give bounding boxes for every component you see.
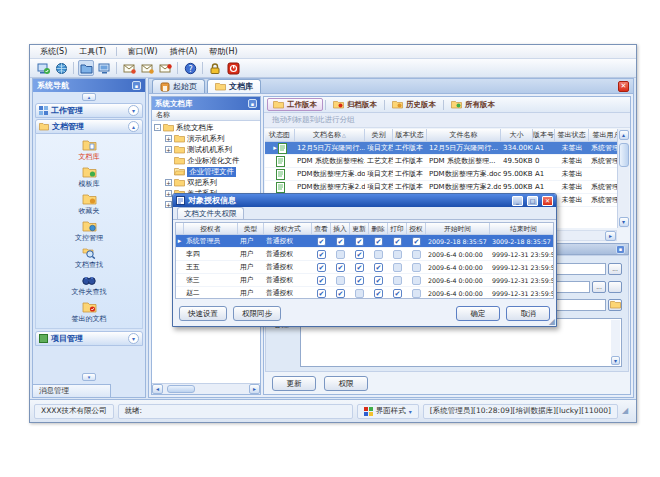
- sidebar-group-project[interactable]: 项目管理 ▾: [35, 331, 143, 346]
- close-button[interactable]: ✕: [542, 196, 553, 206]
- lock-icon[interactable]: [207, 60, 223, 76]
- authorize-checkbox[interactable]: [412, 263, 421, 272]
- authorize-checkbox[interactable]: [412, 250, 421, 259]
- column-header[interactable]: 版本号: [533, 129, 555, 142]
- delete-checkbox[interactable]: ✔: [374, 237, 383, 246]
- menu-plugin[interactable]: 插件(A): [168, 46, 200, 57]
- view-checkbox[interactable]: ✔: [317, 276, 326, 285]
- insert-checkbox[interactable]: [336, 276, 345, 285]
- permission-button[interactable]: 权限: [324, 376, 368, 391]
- tree-item[interactable]: 企业标准化文件: [152, 155, 260, 166]
- tab-folder-permissions[interactable]: 文档文件夹权限: [177, 207, 244, 219]
- tree-root[interactable]: - 系统文档库: [152, 122, 260, 133]
- expand-icon[interactable]: +: [165, 179, 172, 186]
- help-icon[interactable]: ?: [182, 60, 198, 76]
- update-checkbox[interactable]: ✔: [355, 276, 364, 285]
- update-checkbox[interactable]: ✔: [355, 250, 364, 259]
- permission-row[interactable]: 赵二用户普通授权 ✔ ✔ ✔ ✔ 2009-6-4 0:00:009999-12…: [176, 287, 553, 299]
- view-checkbox[interactable]: ✔: [317, 237, 326, 246]
- view-checkbox[interactable]: ✔: [317, 250, 326, 259]
- print-checkbox[interactable]: [393, 276, 402, 285]
- cancel-button[interactable]: 取消: [506, 306, 550, 321]
- sidebar-item-doc-search[interactable]: 文档查找: [36, 245, 142, 272]
- sidebar-group-doc[interactable]: 文档管理 ▴: [35, 119, 143, 134]
- web-icon[interactable]: [53, 60, 69, 76]
- column-header[interactable]: 结束时间: [490, 223, 554, 235]
- open-folder-button[interactable]: [608, 299, 622, 311]
- pin-icon[interactable]: ▪: [616, 245, 625, 254]
- column-header[interactable]: 查看: [312, 223, 331, 235]
- update-checkbox[interactable]: ✔: [355, 263, 364, 272]
- print-checkbox[interactable]: ✔: [393, 289, 402, 298]
- sidebar-tab-message[interactable]: 消息管理: [33, 384, 111, 397]
- remark-scrollbar[interactable]: ▾: [611, 320, 620, 365]
- table-vertical-scrollbar[interactable]: ▴ ▾: [617, 129, 629, 228]
- chevron-up-icon[interactable]: ▴: [128, 121, 139, 132]
- column-header[interactable]: 类型: [238, 223, 264, 235]
- browse-ellipsis-button[interactable]: ...: [592, 281, 606, 293]
- open-folder-icon[interactable]: [78, 60, 94, 76]
- column-header-sorted[interactable]: 文档名称△: [295, 129, 365, 142]
- expand-icon[interactable]: +: [165, 190, 172, 197]
- print-checkbox[interactable]: [393, 250, 402, 259]
- permission-row[interactable]: 张三用户普通授权 ✔ ✔ ✔ 2009-6-4 0:00:009999-12-3…: [176, 274, 553, 287]
- expand-icon[interactable]: +: [165, 135, 172, 142]
- permission-sync-button[interactable]: 权限同步: [233, 306, 281, 321]
- permission-row[interactable]: ▸ 系统管理员用户普通授权 ✔ ✔ ✔ ✔ ✔ ✔ 2009-2-18 8:35…: [176, 235, 553, 248]
- insert-checkbox[interactable]: ✔: [336, 289, 345, 298]
- column-header[interactable]: 授权者: [184, 223, 238, 235]
- sidebar-scroll-down-button[interactable]: ▾: [82, 373, 96, 381]
- tree-item[interactable]: + 双把系列: [152, 177, 260, 188]
- delete-checkbox[interactable]: ✔: [374, 276, 383, 285]
- permission-row[interactable]: 李四用户普通授权 ✔ ✔ 2009-6-4 0:00:009999-12-31 …: [176, 248, 553, 261]
- mail-alert-icon[interactable]: [157, 60, 173, 76]
- tab-home[interactable]: 起始页: [152, 79, 205, 93]
- ok-button[interactable]: 确定: [456, 306, 500, 321]
- sidebar-scroll-up-button[interactable]: ▴: [82, 93, 96, 101]
- column-header[interactable]: 授权: [407, 223, 426, 235]
- delete-checkbox[interactable]: ✔: [374, 289, 383, 298]
- tree-item[interactable]: + 演示机系列: [152, 133, 260, 144]
- delete-checkbox[interactable]: [374, 250, 383, 259]
- collapse-icon[interactable]: -: [154, 124, 161, 131]
- sidebar-item-document-library[interactable]: 文档库: [36, 137, 142, 164]
- menu-window[interactable]: 窗口(W): [125, 46, 159, 57]
- resize-grip-icon[interactable]: ◢: [622, 406, 632, 416]
- update-checkbox[interactable]: [355, 289, 364, 298]
- scroll-right-icon[interactable]: ▸: [605, 231, 616, 241]
- column-header[interactable]: 状态图: [265, 129, 295, 142]
- maximize-button[interactable]: □: [527, 196, 538, 206]
- version-work-button[interactable]: 工作版本: [267, 98, 323, 111]
- column-header[interactable]: 签出状态: [555, 129, 589, 142]
- version-history-button[interactable]: 历史版本: [387, 98, 441, 111]
- scroll-left-icon[interactable]: ◂: [152, 384, 163, 394]
- chevron-down-icon[interactable]: ▾: [128, 333, 139, 344]
- view-checkbox[interactable]: ✔: [317, 289, 326, 298]
- menu-help[interactable]: 帮助(H): [207, 46, 239, 57]
- insert-checkbox[interactable]: [336, 250, 345, 259]
- column-header[interactable]: 开始时间: [426, 223, 490, 235]
- sync-computer-icon[interactable]: [35, 60, 51, 76]
- sidebar-item-template-library[interactable]: 模板库: [36, 164, 142, 191]
- column-header[interactable]: 大小: [501, 129, 533, 142]
- update-button[interactable]: 更新: [272, 376, 316, 391]
- authorize-checkbox[interactable]: [412, 276, 421, 285]
- column-header[interactable]: 删除: [369, 223, 388, 235]
- tree-column-header[interactable]: 名称: [152, 110, 260, 121]
- sidebar-item-doc-control[interactable]: 文控管理: [36, 218, 142, 245]
- menu-system[interactable]: 系统(S): [38, 46, 69, 57]
- scroll-right-icon[interactable]: ▸: [249, 384, 260, 394]
- scroll-up-icon[interactable]: ▴: [619, 130, 629, 140]
- delete-checkbox[interactable]: ✔: [374, 263, 383, 272]
- print-checkbox[interactable]: [393, 263, 402, 272]
- sidebar-item-folder-search[interactable]: 文件夹查找: [36, 272, 142, 299]
- scrollbar-thumb[interactable]: [619, 143, 629, 167]
- version-archive-button[interactable]: 归档版本: [328, 98, 382, 111]
- view-checkbox[interactable]: ✔: [317, 263, 326, 272]
- close-tab-button[interactable]: ✕: [618, 81, 629, 92]
- column-header[interactable]: 版本状态: [393, 129, 427, 142]
- pin-icon[interactable]: ▪: [248, 99, 257, 108]
- menu-tools[interactable]: 工具(T): [77, 46, 108, 57]
- browse-ellipsis-button[interactable]: ...: [608, 263, 622, 275]
- computer-browse-icon[interactable]: [96, 60, 112, 76]
